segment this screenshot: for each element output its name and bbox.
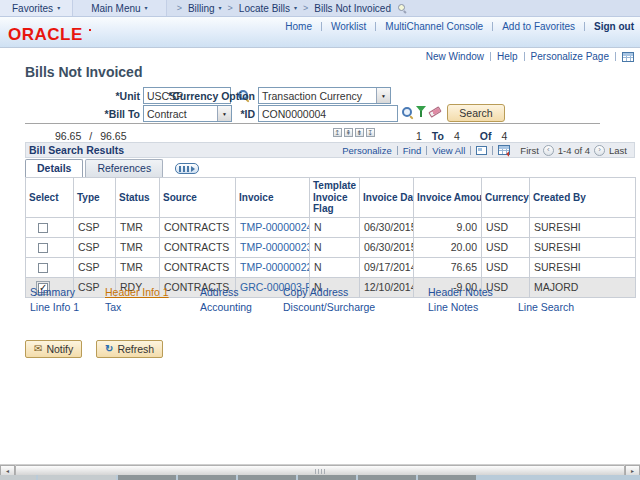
row-checkbox[interactable]: [38, 263, 48, 273]
column-header-created-by: Created By: [530, 178, 636, 218]
breadcrumb-item-locate-bills[interactable]: Locate Bills ▾: [239, 3, 297, 14]
line-info-1-link[interactable]: Line Info 1: [30, 301, 79, 313]
scroll-top-icon[interactable]: ↥: [333, 128, 342, 137]
scroll-page-down-icon[interactable]: ⇟: [355, 128, 364, 137]
tab-references[interactable]: References: [85, 159, 163, 177]
breadcrumb-favorites-menu[interactable]: Favorites ▾: [0, 0, 73, 16]
main-menu-label: Main Menu: [91, 3, 140, 14]
pager-last[interactable]: Last: [609, 145, 627, 156]
table-row: CSP TMR CONTRACTS TMP-00000022 N 09/17/2…: [26, 257, 636, 277]
scroll-page-up-icon[interactable]: ⇞: [344, 128, 353, 137]
cell-created-by: MAJORD: [530, 277, 636, 297]
accounting-link[interactable]: Accounting: [200, 301, 252, 313]
address-link[interactable]: Address: [200, 286, 239, 298]
id-input[interactable]: [258, 105, 398, 122]
row-counter: 1To4Of4: [416, 130, 507, 142]
clear-eraser-icon[interactable]: [428, 106, 441, 117]
id-label: *ID: [145, 108, 255, 120]
filter-funnel-icon[interactable]: [416, 106, 426, 118]
breadcrumb-separator: >: [177, 3, 182, 13]
chevron-down-icon: ▾: [294, 5, 297, 11]
divider: [492, 146, 493, 155]
results-tabs: Details References: [25, 159, 199, 177]
cell-currency: USD: [482, 217, 530, 237]
taskbar-segment: [0, 475, 36, 480]
pager-first[interactable]: First: [520, 145, 538, 156]
cell-invoice-date: 06/30/2015: [360, 217, 414, 237]
bill-search-results-bar: Bill Search Results Personalize Find Vie…: [25, 142, 635, 158]
tab-details[interactable]: Details: [25, 159, 83, 177]
cell-type: CSP: [74, 257, 116, 277]
column-header-invoice-amount: Invoice Amount: [414, 178, 482, 218]
cell-source: CONTRACTS: [160, 237, 236, 257]
of-label: Of: [480, 130, 492, 142]
column-header-invoice: Invoice: [236, 178, 310, 218]
header-notes-link[interactable]: Header Notes: [428, 286, 493, 298]
currency-option-select[interactable]: Transaction Currency ▼: [258, 87, 391, 104]
row-checkbox[interactable]: [38, 243, 48, 253]
multichannel-console-link[interactable]: MultiChannel Console: [385, 21, 483, 32]
view-all-link[interactable]: View All: [432, 145, 465, 156]
bill-search-results-table: Select Type Status Source Invoice Templa…: [25, 177, 636, 298]
copy-address-link[interactable]: Copy Address: [283, 286, 348, 298]
pager-prev-icon[interactable]: ‹: [543, 145, 554, 156]
selected-amount: 96.65: [55, 130, 81, 142]
pager-next-icon[interactable]: ›: [594, 145, 605, 156]
tax-link[interactable]: Tax: [105, 301, 121, 313]
cell-invoice-amount: 9.00: [414, 217, 482, 237]
favorites-label: Favorites: [12, 3, 53, 14]
header-info-1-link[interactable]: Header Info 1: [105, 286, 169, 298]
chevron-down-icon: ▾: [57, 5, 60, 11]
breadcrumb-search-icon[interactable]: [397, 3, 407, 13]
invoice-link[interactable]: TMP-00000023: [240, 241, 310, 253]
divider: [584, 22, 585, 31]
popup-window-icon[interactable]: [476, 146, 487, 155]
notify-button[interactable]: ✉ Notify: [25, 340, 82, 358]
breadcrumb: Favorites ▾ Main Menu ▾ > Billing ▾ > Lo…: [0, 0, 640, 17]
invoice-link[interactable]: TMP-00000022: [240, 261, 310, 273]
chevron-down-icon: ▾: [219, 5, 222, 11]
home-link[interactable]: Home: [285, 21, 312, 32]
line-notes-link[interactable]: Line Notes: [428, 301, 478, 313]
row-end: 4: [454, 130, 460, 142]
breadcrumb-item-billing[interactable]: Billing ▾: [188, 3, 222, 14]
download-grid-icon[interactable]: [498, 145, 510, 155]
horizontal-scrollbar[interactable]: ◂ ▸: [0, 464, 640, 475]
cell-created-by: SURESHI: [530, 257, 636, 277]
scroll-bottom-icon[interactable]: ↧: [366, 128, 375, 137]
refresh-icon: ↻: [105, 344, 113, 354]
add-to-favorites-link[interactable]: Add to Favorites: [502, 21, 575, 32]
cell-source: CONTRACTS: [160, 257, 236, 277]
show-all-columns-icon[interactable]: [175, 163, 199, 174]
refresh-label: Refresh: [117, 343, 154, 355]
discount-surcharge-link[interactable]: Discount/Surcharge: [283, 301, 375, 313]
dropdown-arrow-icon[interactable]: ▼: [376, 88, 390, 103]
column-header-type: Type: [74, 178, 116, 218]
personalize-page-link[interactable]: Personalize Page: [531, 51, 609, 62]
cell-invoice-date: 12/10/2014: [360, 277, 414, 297]
new-window-link[interactable]: New Window: [426, 51, 484, 62]
breadcrumb-main-menu[interactable]: Main Menu ▾: [73, 0, 166, 16]
personalize-layout-icon[interactable]: [622, 52, 634, 62]
taskbar-segment: [178, 475, 236, 480]
invoice-link[interactable]: TMP-00000024: [240, 221, 310, 233]
to-label: To: [432, 130, 444, 142]
personalize-link[interactable]: Personalize: [342, 145, 392, 156]
line-search-link[interactable]: Line Search: [518, 301, 574, 313]
search-button[interactable]: Search: [447, 104, 505, 122]
find-link[interactable]: Find: [403, 145, 421, 156]
worklist-link[interactable]: Worklist: [331, 21, 366, 32]
refresh-button[interactable]: ↻ Refresh: [96, 340, 163, 358]
cell-invoice-amount: 20.00: [414, 237, 482, 257]
breadcrumb-separator: >: [303, 3, 308, 13]
summary-link[interactable]: Summary: [30, 286, 75, 298]
help-link[interactable]: Help: [497, 51, 518, 62]
total-amount: 96.65: [100, 130, 126, 142]
cell-created-by: SURESHI: [530, 237, 636, 257]
sign-out-link[interactable]: Sign out: [594, 21, 634, 32]
row-checkbox[interactable]: [38, 223, 48, 233]
page-title: Bills Not Invoiced: [25, 64, 142, 80]
section-divider: [25, 123, 600, 124]
cell-created-by: SURESHI: [530, 217, 636, 237]
id-lookup-icon[interactable]: [401, 106, 414, 119]
